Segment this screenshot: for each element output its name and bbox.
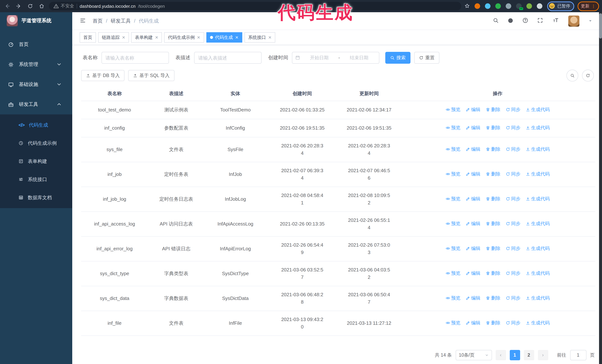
reload-icon[interactable] <box>26 3 34 9</box>
同步-link[interactable]: 同步 <box>506 146 520 153</box>
生成代码-link[interactable]: 生成代码 <box>526 195 550 203</box>
生成代码-link[interactable]: 生成代码 <box>526 124 550 131</box>
预览-link[interactable]: 预览 <box>446 170 461 178</box>
ext-grid-icon[interactable] <box>505 3 511 9</box>
hamburger-icon[interactable] <box>80 17 86 25</box>
同步-link[interactable]: 同步 <box>506 319 520 327</box>
bookmark-star-icon[interactable] <box>464 3 470 9</box>
同步-link[interactable]: 同步 <box>506 220 520 227</box>
同步-link[interactable]: 同步 <box>506 294 520 302</box>
prev-page-button[interactable]: ‹ <box>495 350 506 360</box>
生成代码-link[interactable]: 生成代码 <box>526 294 550 302</box>
search-button[interactable]: 搜索 <box>385 52 410 64</box>
close-icon[interactable]: ✕ <box>122 35 125 40</box>
同步-link[interactable]: 同步 <box>506 124 520 131</box>
tab-系统接口[interactable]: 系统接口✕ <box>245 32 275 42</box>
github-icon[interactable] <box>507 18 514 24</box>
sidebar-item-基础设施[interactable]: 基础设施 <box>0 74 72 94</box>
page-button-2[interactable]: 2 <box>524 350 534 360</box>
生成代码-link[interactable]: 生成代码 <box>526 146 550 153</box>
同步-link[interactable]: 同步 <box>506 270 520 277</box>
breadcrumb-item[interactable]: 研发工具 <box>111 18 131 24</box>
more-vertical-icon[interactable] <box>591 4 596 8</box>
tab-代码生成[interactable]: 代码生成✕ <box>206 32 242 42</box>
update-button[interactable]: 更新 <box>578 1 599 11</box>
编辑-link[interactable]: 编辑 <box>466 270 481 277</box>
refresh-table-button[interactable] <box>582 70 594 82</box>
reset-button[interactable]: 重置 <box>414 52 439 64</box>
删除-link[interactable]: 删除 <box>486 294 501 302</box>
编辑-link[interactable]: 编辑 <box>466 245 481 252</box>
编辑-link[interactable]: 编辑 <box>466 319 481 327</box>
删除-link[interactable]: 删除 <box>486 220 501 227</box>
预览-link[interactable]: 预览 <box>446 124 461 131</box>
删除-link[interactable]: 删除 <box>486 245 501 252</box>
table-desc-input[interactable] <box>194 52 262 64</box>
fullscreen-icon[interactable] <box>537 18 543 24</box>
预览-link[interactable]: 预览 <box>446 220 461 227</box>
预览-link[interactable]: 预览 <box>446 195 461 203</box>
同步-link[interactable]: 同步 <box>506 106 520 113</box>
caret-down-icon[interactable] <box>588 19 592 23</box>
同步-link[interactable]: 同步 <box>506 245 520 252</box>
ext-orange-icon[interactable] <box>474 3 480 9</box>
import-db-button[interactable]: 基于 DB 导入 <box>81 70 125 81</box>
goto-page-input[interactable] <box>570 350 586 360</box>
address-bar[interactable]: 不安全 dashboard.yudao.iocoder.cn/tool/code… <box>49 2 461 10</box>
home-icon[interactable] <box>37 3 46 9</box>
breadcrumb-item[interactable]: 首页 <box>93 18 103 24</box>
预览-link[interactable]: 预览 <box>446 245 461 252</box>
date-range-picker[interactable]: 开始日期 - 结束日期 <box>292 52 379 64</box>
sidebar-item-系统管理[interactable]: 系统管理 <box>0 54 72 74</box>
删除-link[interactable]: 删除 <box>486 124 501 131</box>
table-name-input[interactable] <box>101 52 169 64</box>
生成代码-link[interactable]: 生成代码 <box>526 270 550 277</box>
sidebar-subitem-代码生成[interactable]: </>代码生成 <box>0 116 72 134</box>
import-sql-button[interactable]: 基于 SQL 导入 <box>128 70 174 81</box>
page-button-1[interactable]: 1 <box>510 350 520 360</box>
sidebar-item-首页[interactable]: 首页 <box>0 34 72 54</box>
font-size-icon[interactable] <box>552 18 559 24</box>
ext-green-icon[interactable] <box>526 3 532 9</box>
forward-icon[interactable] <box>14 3 22 9</box>
profile-chip[interactable]: 已暂停 <box>547 1 574 11</box>
tab-代码生成示例[interactable]: 代码生成示例✕ <box>164 32 204 42</box>
sidebar-subitem-数据库文档[interactable]: 数据库文档 <box>0 188 72 207</box>
back-icon[interactable] <box>3 3 11 9</box>
close-icon[interactable]: ✕ <box>155 35 158 40</box>
同步-link[interactable]: 同步 <box>506 170 520 178</box>
删除-link[interactable]: 删除 <box>486 146 501 153</box>
tab-表单构建[interactable]: 表单构建✕ <box>131 32 162 42</box>
close-icon[interactable]: ✕ <box>268 35 271 40</box>
预览-link[interactable]: 预览 <box>446 106 461 113</box>
删除-link[interactable]: 删除 <box>486 270 501 277</box>
toggle-search-button[interactable] <box>566 70 578 82</box>
生成代码-link[interactable]: 生成代码 <box>526 319 550 327</box>
next-page-button[interactable]: › <box>538 350 548 360</box>
预览-link[interactable]: 预览 <box>446 146 461 153</box>
close-icon[interactable]: ✕ <box>197 35 200 40</box>
tab-首页[interactable]: 首页 <box>80 32 96 42</box>
预览-link[interactable]: 预览 <box>446 294 461 302</box>
close-icon[interactable]: ✕ <box>235 35 238 40</box>
预览-link[interactable]: 预览 <box>446 270 461 277</box>
编辑-link[interactable]: 编辑 <box>466 294 481 302</box>
删除-link[interactable]: 删除 <box>486 195 501 203</box>
删除-link[interactable]: 删除 <box>486 319 501 327</box>
user-avatar[interactable] <box>568 15 580 26</box>
生成代码-link[interactable]: 生成代码 <box>526 106 550 113</box>
ext-green-check-icon[interactable] <box>495 3 501 9</box>
生成代码-link[interactable]: 生成代码 <box>526 245 550 252</box>
sidebar-item-研发工具[interactable]: 研发工具 <box>0 94 72 114</box>
编辑-link[interactable]: 编辑 <box>466 170 481 178</box>
ext-dark-on-icon[interactable]: on <box>516 3 521 9</box>
生成代码-link[interactable]: 生成代码 <box>526 170 550 178</box>
search-icon[interactable] <box>493 18 499 24</box>
sidebar-subitem-表单构建[interactable]: 表单构建 <box>0 152 72 170</box>
tab-链路追踪[interactable]: 链路追踪✕ <box>98 32 129 42</box>
page-size-select[interactable]: 10条/页 <box>455 350 492 360</box>
同步-link[interactable]: 同步 <box>506 195 520 203</box>
编辑-link[interactable]: 编辑 <box>466 195 481 203</box>
ext-puzzle-icon[interactable] <box>537 3 542 9</box>
编辑-link[interactable]: 编辑 <box>466 124 481 131</box>
